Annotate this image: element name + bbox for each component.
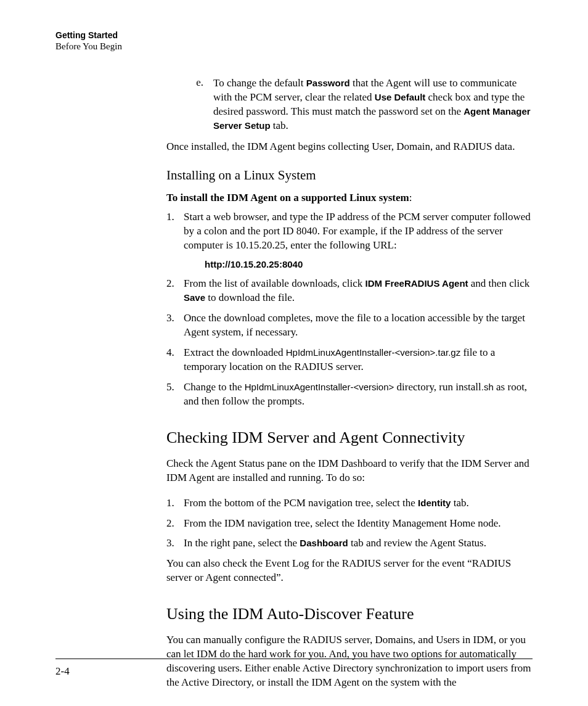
linux-steps-cont: 2. From the list of available downloads,…	[166, 277, 533, 409]
connectivity-step-3: 3. In the right pane, select the Dashboa…	[166, 536, 533, 551]
linux-heading: Installing on a Linux System	[166, 168, 533, 183]
linux-step-4: 4. Extract the downloaded HpIdmLinuxAgen…	[166, 346, 533, 374]
header-subtitle: Before You Begin	[55, 41, 533, 53]
connectivity-steps: 1. From the bottom of the PCM navigation…	[166, 496, 533, 551]
page-number: 2-4	[55, 665, 70, 677]
step-e: e. To change the default Password that t…	[186, 76, 533, 133]
connectivity-step-2: 2. From the IDM navigation tree, select …	[166, 517, 533, 531]
linux-step-3: 3. Once the download completes, move the…	[166, 311, 533, 340]
step-e-marker: e.	[186, 76, 203, 133]
linux-step-2: 2. From the list of available downloads,…	[166, 277, 533, 305]
autodiscover-heading: Using the IDM Auto-Discover Feature	[166, 605, 533, 623]
example-url: http://10.15.20.25:8040	[205, 259, 533, 269]
linux-step-5: 5. Change to the HpIdmLinuxAgentInstalle…	[166, 380, 533, 409]
body-column: e. To change the default Password that t…	[166, 76, 533, 690]
post-e-paragraph: Once installed, the IDM Agent begins col…	[166, 140, 533, 154]
header-title: Getting Started	[55, 30, 533, 41]
step-e-text: To change the default Password that the …	[213, 76, 533, 133]
connectivity-heading: Checking IDM Server and Agent Connectivi…	[166, 429, 533, 447]
connectivity-intro: Check the Agent Status pane on the IDM D…	[166, 457, 533, 485]
page-footer: 2-4	[55, 659, 533, 678]
linux-step-1: 1. Start a web browser, and type the IP …	[166, 210, 533, 253]
connectivity-step-1: 1. From the bottom of the PCM navigation…	[166, 496, 533, 511]
lettered-list: e. To change the default Password that t…	[186, 76, 533, 133]
connectivity-post: You can also check the Event Log for the…	[166, 557, 533, 585]
linux-steps: 1. Start a web browser, and type the IP …	[166, 210, 533, 253]
page-header: Getting Started Before You Begin	[55, 30, 533, 53]
linux-intro: To install the IDM Agent on a supported …	[166, 192, 533, 204]
